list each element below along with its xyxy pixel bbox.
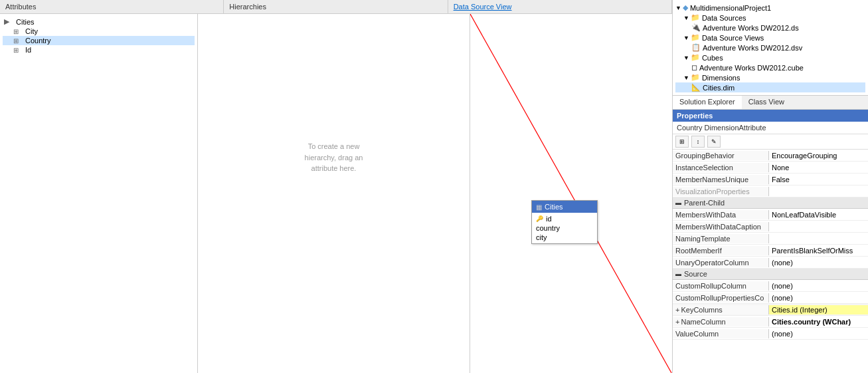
sol-item-datasources[interactable]: ▼ 📁 Data Sources [675, 13, 865, 23]
cities-dim-icon: 📐 [691, 83, 701, 92]
datasource-panel: ▦ Cities 🔑 id country city [470, 14, 672, 373]
diagonal-line [470, 14, 672, 373]
hint-line1: To create a new [305, 141, 363, 152]
cities-label: Cities [16, 18, 35, 26]
prop-row-memberscaption[interactable]: MembersWithDataCaption [673, 221, 868, 233]
prop-row-vizprops[interactable]: VisualizationProperties [673, 186, 868, 197]
id-icon: ⊞ [13, 47, 24, 54]
prop-value-keycols: Cities.id (Integer) [769, 305, 868, 314]
datasources-expander: ▼ [683, 15, 689, 21]
prop-value-namecol: Cities.country (WChar) [769, 317, 868, 326]
country-label: Country [25, 37, 51, 45]
id-label: Id [25, 46, 31, 54]
row-city-label: city [536, 233, 547, 241]
tree-item-city[interactable]: ⊞ City [3, 27, 195, 36]
tab-solution-explorer[interactable]: Solution Explorer [673, 96, 742, 109]
cities-dim-label: Cities.dim [703, 84, 735, 92]
prop-value-membernames: False [769, 175, 868, 184]
datasources-icon: 📁 [691, 13, 700, 22]
project-icon: ◆ [683, 3, 688, 12]
prop-name-vizprops: VisualizationProperties [673, 187, 769, 196]
sol-item-dimensions[interactable]: ▼ 📁 Dimensions [675, 72, 865, 82]
cubes-expander: ▼ [683, 55, 689, 61]
table-grid-icon: ▦ [536, 203, 542, 211]
prop-value-valuecol: (none) [769, 329, 868, 338]
properties-title: Properties [673, 110, 868, 122]
namecol-plus: + [675, 318, 679, 326]
source-label: Source [684, 270, 707, 278]
sol-item-cube-file[interactable]: ◻ Adventure Works DW2012.cube [675, 62, 865, 72]
country-icon: ⊞ [13, 37, 24, 45]
dsv-file-label: Adventure Works DW2012.dsv [703, 44, 802, 52]
prop-name-valuecol: ValueColumn [673, 329, 769, 338]
prop-row-membernames[interactable]: MemberNamesUnique False [673, 174, 868, 186]
prop-row-valuecol[interactable]: ValueColumn (none) [673, 328, 868, 340]
project-label: MultidimensionalProject1 [690, 4, 771, 12]
prop-name-namecol: + NameColumn [673, 317, 769, 326]
prop-name-rootmember: RootMemberIf [673, 246, 769, 255]
cube-file-label: Adventure Works DW2012.cube [699, 64, 804, 72]
table-row-city: city [532, 233, 597, 242]
prop-tool-grid[interactable]: ⊞ [675, 136, 689, 148]
prop-row-keycols[interactable]: + KeyColumns Cities.id (Integer) [673, 304, 868, 316]
hint-line2: hierarchy, drag an [305, 152, 363, 164]
datasource-link[interactable]: Data Source View [454, 3, 512, 11]
parentchild-label: Parent-Child [684, 199, 725, 207]
project-expander: ▼ [675, 5, 681, 11]
tree-item-country[interactable]: ⊞ Country [3, 36, 195, 45]
panel-headers: Attributes Hierarchies Data Source View [0, 0, 672, 14]
prop-row-rootmember[interactable]: RootMemberIf ParentIsBlankSelfOrMiss [673, 245, 868, 257]
prop-row-customrollupprops[interactable]: CustomRollupPropertiesCo (none) [673, 292, 868, 304]
table-row-id: 🔑 id [532, 214, 597, 223]
prop-value-grouping: EncourageGrouping [769, 151, 868, 160]
sol-item-cubes[interactable]: ▼ 📁 Cubes [675, 53, 865, 62]
prop-name-customrollupprops: CustomRollupPropertiesCo [673, 293, 769, 303]
keycols-text: KeyColumns [681, 306, 722, 314]
prop-section-source[interactable]: ▬ Source [673, 269, 868, 280]
source-expander: ▬ [675, 271, 681, 277]
row-country-label: country [536, 224, 560, 232]
prop-value-unary: (none) [769, 258, 868, 267]
row-id-label: id [546, 215, 552, 223]
prop-name-unary: UnaryOperatorColumn [673, 258, 769, 267]
prop-row-membersdata[interactable]: MembersWithData NonLeafDataVisible [673, 209, 868, 221]
city-label: City [25, 27, 38, 35]
sol-item-cities-dim[interactable]: 📐 Cities.dim [675, 82, 865, 92]
cities-table: ▦ Cities 🔑 id country city [531, 200, 598, 244]
prop-tool-sort[interactable]: ↕ [691, 136, 705, 148]
dimensions-expander: ▼ [683, 74, 689, 81]
cubes-icon: 📁 [691, 53, 700, 62]
prop-row-instance[interactable]: InstanceSelection None [673, 162, 868, 174]
solution-tree: ▼ ◆ MultidimensionalProject1 ▼ 📁 Data So… [673, 0, 868, 95]
dsv-icon: 📁 [691, 33, 700, 42]
keycols-plus: + [675, 306, 679, 314]
properties-toolbar: ⊞ ↕ ✎ [673, 134, 868, 150]
prop-section-parentchild[interactable]: ▬ Parent-Child [673, 197, 868, 209]
right-panel: ▼ ◆ MultidimensionalProject1 ▼ 📁 Data So… [672, 0, 868, 373]
prop-tool-filter[interactable]: ✎ [707, 136, 721, 148]
prop-value-customrollupprops: (none) [769, 293, 868, 303]
ds-file-icon: 🔌 [691, 23, 701, 32]
dsv-file-icon: 📋 [691, 43, 701, 52]
svg-line-0 [470, 14, 671, 373]
prop-name-membersdata: MembersWithData [673, 210, 769, 219]
sol-item-ds-file[interactable]: 🔌 Adventure Works DW2012.ds [675, 23, 865, 33]
properties-object: Country DimensionAttribute [673, 122, 868, 134]
cities-table-body: 🔑 id country city [532, 213, 597, 243]
tree-item-cities[interactable]: ▶ Cities [3, 17, 195, 27]
tree-item-id[interactable]: ⊞ Id [3, 45, 195, 55]
table-row-country: country [532, 223, 597, 233]
datasource-header: Data Source View [448, 0, 672, 13]
prop-name-naming: NamingTemplate [673, 234, 769, 243]
namecol-text: NameColumn [681, 318, 725, 326]
prop-row-naming[interactable]: NamingTemplate [673, 233, 868, 245]
sol-item-dsv[interactable]: ▼ 📁 Data Source Views [675, 33, 865, 43]
prop-row-grouping[interactable]: GroupingBehavior EncourageGrouping [673, 150, 868, 162]
prop-row-customrollup[interactable]: CustomRollupColumn (none) [673, 280, 868, 292]
prop-row-namecol[interactable]: + NameColumn Cities.country (WChar) [673, 316, 868, 328]
prop-row-unary[interactable]: UnaryOperatorColumn (none) [673, 257, 868, 269]
sol-item-project[interactable]: ▼ ◆ MultidimensionalProject1 [675, 3, 865, 13]
city-icon: ⊞ [13, 28, 24, 35]
sol-item-dsv-file[interactable]: 📋 Adventure Works DW2012.dsv [675, 43, 865, 53]
tab-class-view[interactable]: Class View [742, 96, 791, 109]
